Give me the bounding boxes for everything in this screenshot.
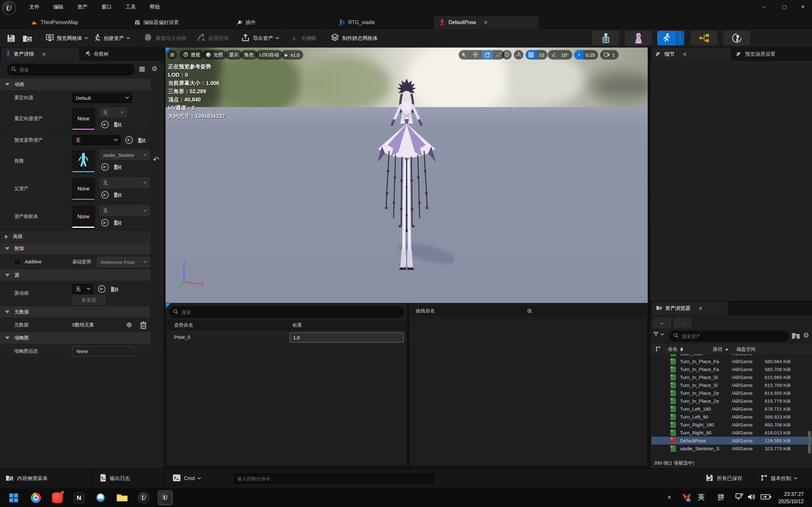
use-selected-asset-icon[interactable]	[101, 219, 109, 227]
select-tool-icon[interactable]	[459, 52, 469, 58]
scrollbar-thumb[interactable]	[808, 431, 811, 454]
save-button[interactable]	[4, 31, 18, 46]
output-log-button[interactable]: 输出日志	[100, 471, 130, 486]
column-curve-name[interactable]: 曲线命名	[411, 308, 522, 314]
unreal-logo[interactable]: U	[2, 1, 16, 15]
details-search[interactable]	[7, 64, 135, 75]
use-selected-asset-icon[interactable]	[98, 285, 106, 293]
view-character-button[interactable]: 角色	[241, 50, 258, 60]
skeleton-dropdown[interactable]: xiadie_Skeleto	[100, 150, 150, 160]
use-selected-asset-icon[interactable]	[101, 191, 109, 199]
maximize-button[interactable]: ▢	[776, 1, 792, 13]
table-row[interactable]: Turn_In_Place_Ze /All/Game 615.779 KiB	[652, 397, 812, 405]
animation-mode-button[interactable]	[657, 31, 676, 45]
tab-asset-details[interactable]: 资产详情 ✕	[1, 48, 79, 61]
view-show-button[interactable]: 显示	[225, 50, 242, 60]
retarget-source-asset-dropdown[interactable]: 无	[100, 108, 127, 117]
use-selected-asset-icon[interactable]	[101, 120, 109, 129]
table-row[interactable]: Turn_Left_90 /All/Game 599.923 KiB	[652, 413, 812, 421]
trash-icon[interactable]	[140, 321, 148, 329]
section-thumbnail[interactable]: 缩略图	[0, 332, 150, 344]
details-search-input[interactable]	[19, 67, 131, 72]
mesh-mode-button[interactable]	[625, 31, 652, 45]
menu-item[interactable]: 文件	[22, 0, 46, 14]
add-key-button[interactable]: ＋ 关键帧	[288, 31, 318, 46]
preview-mesh-button[interactable]: 预览网格体	[44, 31, 90, 46]
close-icon[interactable]: ✕	[484, 20, 488, 25]
pose-weight-input[interactable]	[290, 332, 404, 343]
section-source[interactable]: 源	[0, 269, 150, 281]
pose-search[interactable]	[169, 306, 404, 318]
table-row[interactable]: Turn_Right_90 /All/Game 618.013 KiB	[652, 429, 812, 437]
browse-asset-icon[interactable]	[113, 219, 122, 227]
create-asset-button[interactable]: 创建资产	[91, 31, 131, 46]
column-name[interactable]: 命名	[668, 346, 677, 352]
asset-search-input[interactable]	[681, 334, 785, 339]
table-row[interactable]: Start_Start /All/Game	[652, 354, 812, 357]
tab-editor-preferences[interactable]: 编辑器偏好设置	[130, 16, 184, 29]
view-lit-button[interactable]: 光照	[202, 50, 227, 60]
close-button[interactable]: ✕	[795, 1, 811, 13]
reset-to-default-icon[interactable]: ↶	[153, 155, 159, 164]
network-icon[interactable]	[735, 493, 744, 502]
pose-row[interactable]: Pose_0	[167, 331, 406, 344]
save-folder-icon[interactable]	[792, 332, 800, 340]
asset-mapping-dropdown[interactable]: 无	[100, 206, 150, 216]
start-button[interactable]	[8, 492, 20, 504]
property-matrix-icon[interactable]: ▦	[139, 65, 145, 72]
table-row[interactable]: Turn_In_Place_Sl /All/Game 615.665 KiB	[652, 373, 812, 381]
skeleton-thumbnail[interactable]	[72, 150, 95, 172]
back-button[interactable]: ←	[653, 318, 671, 328]
view-lod-button[interactable]: LOD自动	[256, 50, 283, 60]
table-row[interactable]: DefaultPose /All/Game 128.585 KiB	[652, 437, 812, 445]
minimize-button[interactable]: ─	[756, 1, 772, 13]
file-explorer-icon[interactable]	[116, 492, 128, 504]
source-animation-dropdown[interactable]: 无	[72, 284, 93, 294]
source-control-column-icon[interactable]	[655, 346, 661, 353]
ime-pinyin-indicator[interactable]: 拼	[717, 493, 724, 502]
rotation-snap-control[interactable]: ∠ 10°	[548, 50, 572, 60]
camera-speed-control[interactable]: 1	[600, 50, 618, 60]
tab-thirdpersonmap[interactable]: ThirdPersonMap	[26, 16, 83, 29]
console-command-button[interactable]: Cmd	[172, 471, 200, 486]
preview-viewport[interactable]: 透视 光照 显示 角色 LOD自动 ▶x1.0 10 ∠ 10° ↗ 0.25 …	[165, 48, 648, 303]
preview-pose-asset-dropdown[interactable]: 无	[72, 135, 120, 145]
content-drawer-button[interactable]: 内容侧滑菜单	[5, 471, 48, 486]
chat-app-icon[interactable]	[95, 492, 107, 504]
music-app-icon[interactable]	[51, 492, 63, 504]
animation-mode-options-button[interactable]: ⋮	[676, 31, 684, 45]
column-pose-name[interactable]: 姿势命名	[167, 322, 288, 328]
menu-item[interactable]: 编辑	[46, 0, 70, 14]
tab-defaultpose[interactable]: DefaultPose ✕	[434, 16, 539, 29]
close-icon[interactable]: ✕	[682, 51, 687, 57]
asset-mapping-thumbnail[interactable]: None	[72, 206, 95, 228]
browse-asset-icon[interactable]	[113, 191, 122, 199]
column-path[interactable]: 路径	[713, 346, 722, 352]
skeleton-mode-button[interactable]	[592, 31, 619, 45]
section-animation[interactable]: 动画	[0, 78, 150, 91]
export-asset-button[interactable]: 导出资产	[239, 31, 281, 46]
table-row[interactable]: Turn_In_Place_Fa /All/Game 580.664 KiB	[652, 357, 812, 365]
parent-asset-dropdown[interactable]: 无	[100, 178, 150, 188]
console-input[interactable]	[237, 476, 431, 481]
use-selected-asset-icon[interactable]	[125, 136, 133, 144]
column-curve-value[interactable]: 值	[522, 308, 532, 314]
browse-asset-icon[interactable]	[138, 136, 146, 145]
ime-language-indicator[interactable]: 英	[698, 493, 705, 502]
character-model[interactable]	[359, 76, 454, 285]
tab-asset-browser[interactable]: 资产浏览器 ✕	[652, 302, 728, 315]
column-weight[interactable]: 权重	[288, 322, 302, 328]
viewport-menu-button[interactable]	[167, 50, 177, 60]
asset-search[interactable]	[669, 331, 789, 342]
volume-icon[interactable]	[747, 493, 756, 502]
menu-item[interactable]: 帮助	[143, 0, 167, 14]
tab-rtg-xiadie[interactable]: RTG_xiadie	[333, 16, 380, 29]
menu-item[interactable]: 资产	[70, 0, 95, 14]
table-row[interactable]: Turn_In_Place_Sl /All/Game 615.709 KiB	[652, 381, 812, 389]
table-row[interactable]: Turn_Left_180 /All/Game 678.721 KiB	[652, 405, 812, 413]
details-settings-gear-icon[interactable]: ⚙	[152, 65, 158, 72]
table-row[interactable]: Turn_In_Place_Fa /All/Game 580.708 KiB	[652, 365, 812, 373]
section-additive[interactable]: 附加	[0, 243, 150, 255]
axis-widget-button[interactable]	[514, 50, 523, 60]
physics-mode-button[interactable]	[723, 31, 750, 45]
